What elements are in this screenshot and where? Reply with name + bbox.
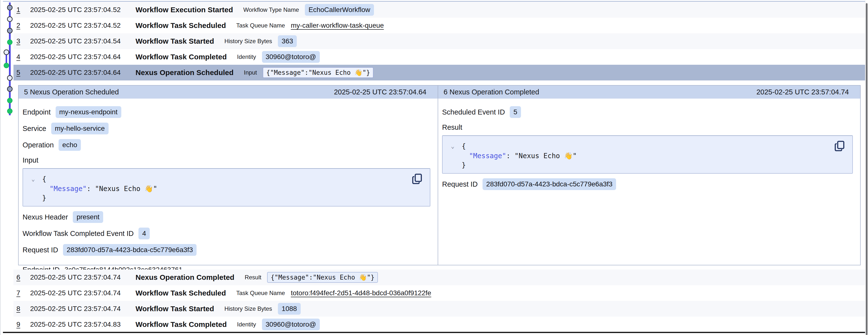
copy-button[interactable]	[412, 174, 422, 185]
detail-field: Result	[442, 122, 853, 132]
value-badge: 363	[278, 35, 297, 47]
detail-panel-left-body: Endpoint my-nexus-endpoint Service my-he…	[19, 99, 438, 274]
event-row[interactable]: 5 2025-02-25 UTC 23:57:04.64 Nexus Opera…	[13, 65, 866, 80]
detail-panel-title: 5 Nexus Operation Scheduled	[24, 88, 119, 96]
event-name: Workflow Task Started	[135, 37, 214, 45]
workflow-history-screen: 1 2025-02-25 UTC 23:57:04.52 Workflow Ex…	[0, 0, 868, 335]
collapse-chevron-icon[interactable]: ⌄	[451, 141, 459, 151]
event-row[interactable]: 8 2025-02-25 UTC 23:57:04.74 Workflow Ta…	[13, 301, 866, 316]
json-code-block: ⌄{ "Message": "Nexus Echo 👋" }	[23, 168, 430, 206]
value-link[interactable]: totoro:f494fecf-2d51-4d48-bdcd-036a0f912…	[291, 289, 431, 297]
event-id-link[interactable]: 3	[17, 37, 30, 45]
event-name: Nexus Operation Scheduled	[135, 68, 234, 77]
detail-panel-right-body: Scheduled Event ID 5 Result ⌄{ "Message"…	[438, 99, 860, 190]
value-badge: echo	[59, 139, 81, 151]
timeline-event-dot[interactable]	[4, 50, 9, 55]
timeline-event-dot[interactable]	[7, 17, 12, 22]
event-id-link[interactable]: 4	[17, 53, 30, 61]
event-timestamp: 2025-02-25 UTC 23:57:04.64	[30, 69, 135, 77]
json-code-block: ⌄{ "Message": "Nexus Echo 👋" }	[442, 135, 853, 174]
event-id-link[interactable]: 2	[17, 22, 30, 29]
detail-panel-left-header[interactable]: 5 Nexus Operation Scheduled 2025-02-25 U…	[19, 86, 438, 99]
event-row[interactable]: 2 2025-02-25 UTC 23:57:04.52 Workflow Ta…	[13, 18, 866, 33]
detail-field: Operation echo	[23, 139, 430, 151]
timeline-event-dot[interactable]	[7, 76, 12, 80]
event-list-bottom: 6 2025-02-25 UTC 23:57:04.74 Nexus Opera…	[13, 270, 866, 332]
value-badge: 283fd070-d57a-4423-bdca-c5c779e6a3f3	[483, 178, 616, 190]
event-attr-label: Input	[244, 69, 257, 76]
event-id-link[interactable]: 5	[17, 69, 30, 77]
copy-icon	[835, 141, 844, 151]
event-list-top: 1 2025-02-25 UTC 23:57:04.52 Workflow Ex…	[13, 2, 866, 80]
event-row[interactable]: 9 2025-02-25 UTC 23:57:04.83 Workflow Ta…	[13, 316, 866, 332]
table-bottom-edge	[3, 332, 865, 333]
event-id-link[interactable]: 1	[17, 6, 30, 14]
event-name: Workflow Task Scheduled	[135, 21, 226, 30]
event-attr-label: Identity	[237, 321, 256, 328]
event-attr-label: Task Queue Name	[236, 290, 285, 297]
detail-field: Nexus Header present	[23, 211, 430, 223]
detail-field-label: Nexus Header	[23, 213, 68, 221]
timeline-event-dot[interactable]	[7, 109, 12, 114]
event-timestamp: 2025-02-25 UTC 23:57:04.83	[30, 320, 135, 328]
value-link[interactable]: my-caller-workflow-task-queue	[291, 22, 384, 29]
event-name: Nexus Operation Completed	[135, 273, 234, 282]
event-detail-panel: 5 Nexus Operation Scheduled 2025-02-25 U…	[18, 85, 861, 266]
timeline-event-dot[interactable]	[7, 98, 12, 103]
timeline-event-dot[interactable]	[4, 63, 9, 68]
value-badge: EchoCallerWorkflow	[305, 4, 374, 16]
detail-field: Scheduled Event ID 5	[442, 106, 853, 118]
event-id-link[interactable]: 9	[17, 320, 30, 328]
event-timestamp: 2025-02-25 UTC 23:57:04.52	[30, 22, 135, 29]
scrollbar-thumb[interactable]	[866, 3, 868, 335]
detail-field: Request ID 283fd070-d57a-4423-bdca-c5c77…	[442, 178, 853, 190]
event-attr-label: Workflow Type Name	[243, 6, 299, 13]
detail-panel-right: 6 Nexus Operation Completed 2025-02-25 U…	[438, 86, 860, 265]
json-value-chip: {"Message":"Nexus Echo 👋"}	[267, 272, 378, 283]
event-id-link[interactable]: 6	[17, 274, 30, 281]
timeline-event-dot[interactable]	[7, 87, 12, 91]
event-id-link[interactable]: 7	[17, 289, 30, 297]
value-badge: 5	[510, 106, 521, 118]
detail-field: Endpoint my-nexus-endpoint	[23, 106, 430, 118]
event-attr-label: Result	[245, 274, 261, 281]
event-row[interactable]: 4 2025-02-25 UTC 23:57:04.64 Workflow Ta…	[13, 49, 866, 65]
timeline-event-dot[interactable]	[7, 40, 12, 45]
detail-field-label: Input	[23, 156, 38, 164]
detail-panel-right-header[interactable]: 6 Nexus Operation Completed 2025-02-25 U…	[438, 86, 860, 99]
event-id-link[interactable]: 8	[17, 305, 30, 313]
detail-panel-timestamp: 2025-02-25 UTC 23:57:04.74	[756, 88, 849, 96]
value-badge: present	[73, 211, 103, 223]
timeline-event-dot[interactable]	[7, 5, 12, 10]
event-row[interactable]: 1 2025-02-25 UTC 23:57:04.52 Workflow Ex…	[13, 2, 866, 18]
detail-field: Workflow Task Completed Event ID 4	[23, 228, 430, 239]
event-row[interactable]: 6 2025-02-25 UTC 23:57:04.74 Nexus Opera…	[13, 270, 866, 285]
detail-panel-left: 5 Nexus Operation Scheduled 2025-02-25 U…	[19, 86, 438, 265]
event-attr-label: Task Queue Name	[236, 22, 285, 29]
collapse-chevron-icon[interactable]: ⌄	[31, 174, 39, 184]
event-name: Workflow Task Started	[135, 305, 214, 313]
event-name: Workflow Execution Started	[135, 6, 233, 14]
event-timestamp: 2025-02-25 UTC 23:57:04.64	[30, 53, 135, 61]
event-timestamp: 2025-02-25 UTC 23:57:04.54	[30, 37, 135, 45]
detail-field: Service my-hello-service	[23, 122, 430, 134]
event-attr-label: History Size Bytes	[224, 305, 272, 312]
value-badge: 30960@totoro@	[262, 51, 320, 63]
detail-field-label: Endpoint	[23, 108, 51, 116]
vertical-scrollbar[interactable]	[865, 0, 868, 335]
detail-field-label: Result	[442, 123, 462, 132]
detail-field-label: Workflow Task Completed Event ID	[23, 229, 133, 238]
event-name: Workflow Task Completed	[135, 320, 227, 329]
copy-button[interactable]	[835, 141, 844, 152]
event-timestamp: 2025-02-25 UTC 23:57:04.74	[30, 289, 135, 297]
event-attr-label: Identity	[237, 53, 256, 60]
detail-field: Input	[23, 156, 430, 165]
event-row[interactable]: 7 2025-02-25 UTC 23:57:04.74 Workflow Ta…	[13, 285, 866, 301]
event-name: Workflow Task Scheduled	[135, 289, 226, 297]
event-row[interactable]: 3 2025-02-25 UTC 23:57:04.54 Workflow Ta…	[13, 33, 866, 49]
value-badge: 283fd070-d57a-4423-bdca-c5c779e6a3f3	[63, 244, 196, 256]
detail-field-label: Operation	[23, 141, 54, 149]
timeline-event-dot[interactable]	[7, 28, 12, 33]
detail-panel-timestamp: 2025-02-25 UTC 23:57:04.64	[334, 88, 426, 96]
detail-field-label: Scheduled Event ID	[442, 108, 505, 116]
